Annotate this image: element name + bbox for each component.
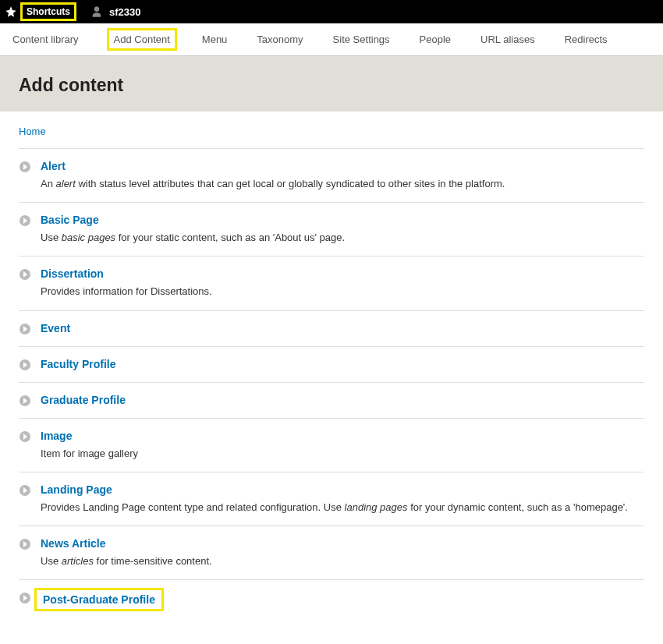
list-item-body: DissertationProvides information for Dis… (41, 267, 644, 299)
chevron-right-icon (19, 359, 31, 371)
list-item-body: News ArticleUse articles for time-sensit… (41, 537, 644, 568)
content-type-link[interactable]: Faculty Profile (41, 358, 115, 370)
breadcrumb-home[interactable]: Home (19, 126, 46, 137)
chevron-right-icon (19, 395, 31, 407)
content-type-link[interactable]: Image (41, 430, 72, 442)
content-type-link[interactable]: Event (41, 322, 70, 334)
tab-content-library[interactable]: Content library (11, 29, 80, 50)
list-item-description: Item for image gallery (41, 447, 644, 461)
tab-add-content[interactable]: Add Content (107, 28, 177, 51)
list-item: Landing PageProvides Landing Page conten… (19, 472, 644, 525)
breadcrumb: Home (19, 126, 644, 137)
page-header: Add content (0, 56, 663, 111)
tabbar: Content libraryAdd ContentMenuTaxonomySi… (0, 23, 663, 56)
chevron-right-icon (19, 214, 31, 227)
user-menu[interactable]: sf2330 (90, 5, 140, 19)
chevron-right-icon (19, 592, 31, 604)
content-type-link[interactable]: Post-Graduate Profile (34, 588, 164, 611)
tab-people[interactable]: People (418, 29, 452, 50)
list-item: Post-Graduate Profile (19, 579, 644, 619)
list-item: Basic PageUse basic pages for your stati… (19, 202, 644, 256)
tab-menu[interactable]: Menu (200, 29, 229, 50)
content-type-link[interactable]: Basic Page (41, 214, 99, 226)
list-item-description: An alert with status level attributes th… (41, 177, 644, 191)
tab-url-aliases[interactable]: URL aliases (479, 29, 537, 50)
list-item: AlertAn alert with status level attribut… (19, 148, 644, 202)
content-type-link[interactable]: Dissertation (41, 267, 104, 280)
star-icon (5, 5, 17, 18)
chevron-right-icon (19, 268, 31, 281)
chevron-right-icon (19, 430, 31, 443)
list-item: Event (19, 310, 644, 346)
username-label: sf2330 (109, 6, 140, 18)
list-item-description: Use basic pages for your static content,… (41, 231, 644, 245)
chevron-right-icon (19, 484, 31, 497)
list-item: News ArticleUse articles for time-sensit… (19, 525, 644, 579)
content-type-link[interactable]: Alert (41, 160, 66, 172)
list-item-body: Landing PageProvides Landing Page conten… (41, 483, 644, 515)
content-type-link[interactable]: News Article (41, 537, 106, 550)
chevron-right-icon (19, 161, 31, 173)
content-area: Home AlertAn alert with status level att… (0, 111, 663, 627)
list-item-description: Use articles for time-sensitive content. (41, 554, 644, 568)
tab-redirects[interactable]: Redirects (563, 29, 609, 50)
list-item: DissertationProvides information for Dis… (19, 256, 644, 310)
tab-site-settings[interactable]: Site Settings (332, 29, 392, 50)
content-type-link[interactable]: Graduate Profile (41, 394, 126, 406)
chevron-right-icon (19, 323, 31, 335)
list-item-body: ImageItem for image gallery (41, 430, 644, 461)
list-item: Faculty Profile (19, 346, 644, 382)
content-type-link[interactable]: Landing Page (41, 483, 112, 496)
user-icon (90, 5, 103, 19)
list-item-body: Faculty Profile (41, 358, 644, 370)
shortcuts-button[interactable]: Shortcuts (20, 2, 76, 21)
tab-taxonomy[interactable]: Taxonomy (255, 29, 304, 50)
topbar: Shortcuts sf2330 (0, 0, 663, 23)
list-item-body: AlertAn alert with status level attribut… (41, 160, 644, 191)
list-item: Graduate Profile (19, 382, 644, 418)
list-item-body: Graduate Profile (41, 394, 644, 406)
list-item-description: Provides Landing Page content type and r… (41, 501, 644, 515)
list-item-body: Post-Graduate Profile (41, 591, 644, 608)
list-item-body: Event (41, 322, 644, 334)
chevron-right-icon (19, 538, 31, 550)
list-item-body: Basic PageUse basic pages for your stati… (41, 214, 644, 245)
content-type-list: AlertAn alert with status level attribut… (19, 148, 644, 619)
page-title: Add content (19, 75, 644, 96)
list-item-description: Provides information for Dissertations. (41, 285, 644, 299)
list-item: ImageItem for image gallery (19, 418, 644, 472)
